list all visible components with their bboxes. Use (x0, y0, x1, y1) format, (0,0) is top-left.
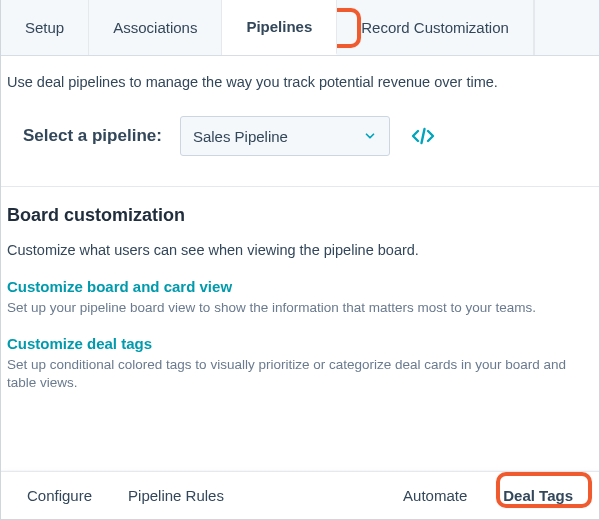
subtab-configure-label: Configure (27, 487, 92, 504)
code-icon (411, 127, 435, 145)
tab-record-customization-label: Record Customization (361, 19, 509, 36)
tab-record-customization[interactable]: Record Customization (337, 0, 534, 55)
pipeline-label: Select a pipeline: (23, 126, 162, 146)
link-customize-board-card-view-desc: Set up your pipeline board view to show … (7, 299, 593, 317)
bottom-tab-bar: Configure Pipeline Rules Automate Deal T… (1, 471, 599, 519)
tab-associations[interactable]: Associations (89, 0, 222, 55)
subtab-pipeline-rules[interactable]: Pipeline Rules (110, 472, 242, 519)
board-customization-heading: Board customization (7, 205, 593, 226)
body: Use deal pipelines to manage the way you… (1, 56, 599, 393)
pipeline-selector-row: Select a pipeline: Sales Pipeline (1, 90, 599, 186)
board-customization-desc: Customize what users can see when viewin… (7, 242, 593, 258)
top-tab-bar: Setup Associations Pipelines Record Cust… (1, 0, 599, 56)
tab-pipelines[interactable]: Pipelines (222, 0, 337, 55)
link-customize-board-card-view[interactable]: Customize board and card view (7, 278, 593, 295)
subtab-configure[interactable]: Configure (9, 472, 110, 519)
subtab-deal-tags-label: Deal Tags (503, 487, 573, 504)
subtab-pipeline-rules-label: Pipeline Rules (128, 487, 224, 504)
board-customization-section: Board customization Customize what users… (1, 187, 599, 393)
tab-setup-label: Setup (25, 19, 64, 36)
link-customize-deal-tags-desc: Set up conditional colored tags to visua… (7, 356, 593, 392)
tab-setup[interactable]: Setup (1, 0, 89, 55)
caret-down-icon (363, 129, 377, 143)
svg-line-0 (421, 129, 424, 143)
top-tab-filler (534, 0, 599, 55)
settings-frame: Setup Associations Pipelines Record Cust… (0, 0, 600, 520)
subtab-automate-label: Automate (403, 487, 467, 504)
embed-code-button[interactable] (408, 121, 438, 151)
tab-associations-label: Associations (113, 19, 197, 36)
subtab-automate[interactable]: Automate (385, 472, 485, 519)
subtab-deal-tags[interactable]: Deal Tags (485, 472, 591, 519)
intro-text: Use deal pipelines to manage the way you… (1, 74, 599, 90)
pipeline-select-value: Sales Pipeline (193, 128, 288, 145)
link-customize-deal-tags[interactable]: Customize deal tags (7, 335, 593, 352)
tab-pipelines-label: Pipelines (246, 18, 312, 35)
pipeline-select[interactable]: Sales Pipeline (180, 116, 390, 156)
